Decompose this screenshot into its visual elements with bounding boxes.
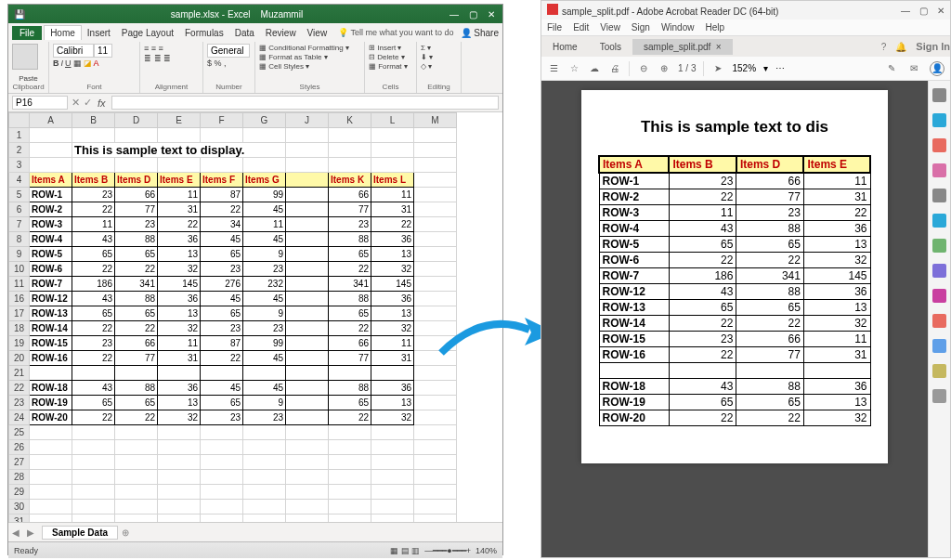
menu-view[interactable]: View xyxy=(302,26,333,40)
pdf-menu-help[interactable]: Help xyxy=(705,22,724,33)
font-color-button[interactable]: A xyxy=(94,59,99,68)
pdf-side-tool-2[interactable] xyxy=(932,138,946,152)
menu-data[interactable]: Data xyxy=(229,26,260,40)
share-button[interactable]: 👤 Share xyxy=(461,28,499,38)
align-row1[interactable]: ≡ ≡ ≡ xyxy=(144,44,163,53)
pdf-side-tool-1[interactable] xyxy=(932,113,946,127)
pdf-tab-tools[interactable]: Tools xyxy=(589,39,632,55)
cell-reference-box[interactable] xyxy=(12,96,68,110)
zoom-level[interactable]: 140% xyxy=(476,546,497,555)
print-icon[interactable]: 🖨 xyxy=(608,62,621,75)
enter-formula-icon[interactable]: ✓ xyxy=(84,97,92,109)
page-counter[interactable]: 1 / 3 xyxy=(678,63,696,73)
sheet-nav-next[interactable]: ▶ xyxy=(27,527,34,538)
fill-button[interactable]: ⬇ ▾ xyxy=(421,53,433,61)
select-tool-icon[interactable]: ➤ xyxy=(711,62,724,75)
close-button[interactable]: ✕ xyxy=(486,9,497,20)
pdf-minimize-button[interactable]: — xyxy=(901,6,910,16)
font-name-select[interactable] xyxy=(53,44,94,58)
pdf-tab-home[interactable]: Home xyxy=(541,39,589,55)
number-group-label: Number xyxy=(207,83,251,91)
excel-titlebar: 💾 sample.xlsx - Excel Muzammil — ▢ ✕ xyxy=(8,5,502,23)
pdf-side-tool-12[interactable] xyxy=(932,389,946,403)
pdf-side-tool-10[interactable] xyxy=(932,339,946,353)
zoom-out-icon[interactable]: ⊖ xyxy=(637,62,650,75)
excel-title: sample.xlsx - Excel Muzammil xyxy=(25,9,449,20)
pdf-tab-document[interactable]: sample_split.pdf × xyxy=(632,39,733,55)
font-group-label: Font xyxy=(53,83,136,91)
view-break-icon[interactable]: ▥ xyxy=(411,546,420,555)
align-row2[interactable]: ≣ ≣ ≣ xyxy=(144,54,171,63)
format-cells-button[interactable]: ▦ Format ▾ xyxy=(369,62,408,71)
fx-icon[interactable]: fx xyxy=(98,98,106,109)
edit-icon[interactable]: ✎ xyxy=(885,62,898,75)
pdf-side-tool-3[interactable] xyxy=(932,163,946,177)
menu-review[interactable]: Review xyxy=(260,26,302,40)
font-size-select[interactable] xyxy=(94,44,112,58)
excel-menubar: File Home Insert Page Layout Formulas Da… xyxy=(8,23,502,42)
excel-save-icon[interactable]: 💾 xyxy=(14,9,25,20)
editing-group-label: Editing xyxy=(421,83,457,91)
delete-cells-button[interactable]: ⊟ Delete ▾ xyxy=(369,53,405,61)
format-as-table-button[interactable]: ▦ Format as Table ▾ xyxy=(259,53,328,61)
menu-home[interactable]: Home xyxy=(44,25,82,40)
pdf-menu-window[interactable]: Window xyxy=(661,22,695,33)
worksheet-area[interactable]: ABDEFGJKLM12This is sample text to displ… xyxy=(8,112,502,523)
menu-tell-me[interactable]: 💡 Tell me what you want to do xyxy=(338,28,453,37)
pdf-menu-edit[interactable]: Edit xyxy=(573,22,589,33)
pdf-side-tool-7[interactable] xyxy=(932,264,946,278)
alignment-group-label: Alignment xyxy=(144,83,199,91)
insert-cells-button[interactable]: ⊞ Insert ▾ xyxy=(369,44,401,52)
sheet-tab[interactable]: Sample Data xyxy=(42,526,118,540)
underline-button[interactable]: U xyxy=(65,59,72,68)
formula-input[interactable] xyxy=(111,96,499,110)
pdf-side-tool-8[interactable] xyxy=(932,289,946,303)
number-icons[interactable]: $ % , xyxy=(207,59,227,68)
account-icon[interactable]: 👤 xyxy=(930,61,944,76)
pdf-side-tool-0[interactable] xyxy=(932,88,946,102)
menu-page-layout[interactable]: Page Layout xyxy=(116,26,179,40)
pdf-side-tool-6[interactable] xyxy=(932,239,946,253)
star-icon[interactable]: ☆ xyxy=(567,62,580,75)
cloud-icon[interactable]: ☁ xyxy=(588,62,601,75)
border-button[interactable]: ▦ xyxy=(73,59,82,68)
pdf-body: This is sample text to dis Items AItems … xyxy=(541,81,950,557)
pdf-menu-file[interactable]: File xyxy=(547,22,562,33)
pdf-menu-view[interactable]: View xyxy=(600,22,620,33)
maximize-button[interactable]: ▢ xyxy=(467,9,478,20)
pdf-menu-sign[interactable]: Sign xyxy=(632,22,650,33)
pdf-canvas[interactable]: This is sample text to dis Items AItems … xyxy=(541,81,928,557)
mail-icon[interactable]: ✉ xyxy=(907,62,920,75)
number-format-select[interactable] xyxy=(207,44,250,58)
sidebar-toggle-icon[interactable]: ☰ xyxy=(547,62,560,75)
bell-icon[interactable]: 🔔 xyxy=(895,42,906,52)
italic-button[interactable]: I xyxy=(61,59,64,68)
minimize-button[interactable]: — xyxy=(449,9,460,20)
pdf-side-tool-11[interactable] xyxy=(932,364,946,378)
clear-button[interactable]: ◇ ▾ xyxy=(421,62,432,71)
view-normal-icon[interactable]: ▦ xyxy=(390,546,398,555)
zoom-percent[interactable]: 152% xyxy=(732,63,756,73)
menu-file[interactable]: File xyxy=(12,26,42,40)
autosum-button[interactable]: Σ ▾ xyxy=(421,44,431,52)
paste-icon[interactable] xyxy=(12,44,38,70)
menu-formulas[interactable]: Formulas xyxy=(179,26,229,40)
view-page-icon[interactable]: ▤ xyxy=(401,546,410,555)
sign-in-button[interactable]: Sign In xyxy=(916,41,950,52)
conditional-formatting-button[interactable]: ▦ Conditional Formatting ▾ xyxy=(259,44,349,52)
pdf-side-tool-4[interactable] xyxy=(932,189,946,202)
pdf-maximize-button[interactable]: ▢ xyxy=(919,6,928,16)
pdf-side-tool-5[interactable] xyxy=(932,214,946,228)
more-icon[interactable]: ⋯ xyxy=(775,63,785,73)
cell-styles-button[interactable]: ▦ Cell Styles ▾ xyxy=(259,62,309,71)
menu-insert[interactable]: Insert xyxy=(82,26,116,40)
sheet-nav-prev[interactable]: ◀ xyxy=(12,527,20,538)
fill-color-button[interactable]: ◪ xyxy=(84,59,92,68)
zoom-in-icon[interactable]: ⊕ xyxy=(658,62,671,75)
add-sheet-button[interactable]: ⊕ xyxy=(122,527,129,538)
help-icon[interactable]: ? xyxy=(881,42,887,52)
cancel-formula-icon[interactable]: ✕ xyxy=(72,97,80,109)
pdf-side-tool-9[interactable] xyxy=(932,314,946,328)
bold-button[interactable]: B xyxy=(53,59,59,68)
pdf-close-button[interactable]: ✕ xyxy=(937,6,944,16)
